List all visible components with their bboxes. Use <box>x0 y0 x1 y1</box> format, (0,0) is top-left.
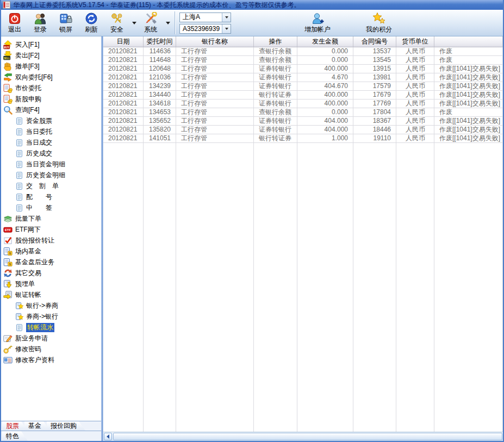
table-row[interactable]: 20120821114636工行存管查银行余额0.00013537人民币作废 <box>103 47 503 56</box>
system-dropdown-arrow[interactable] <box>165 12 171 34</box>
table-cell: 134239 <box>144 82 176 90</box>
sidebar-item[interactable]: 交 割 单 <box>1 180 101 191</box>
toolbar-button-security[interactable]: 安全 <box>105 12 128 34</box>
sidebar-item-label: 银行->券商 <box>26 301 58 310</box>
table-cell: 20120821 <box>103 65 144 73</box>
sidebar-item[interactable]: 批量下单 <box>1 213 101 224</box>
title-bar[interactable]: 华泰网上证券委托系统V5.17.54 - 华泰证券(115) - 本委托系统提示… <box>1 0 503 10</box>
table-cell: 404.670 <box>297 82 353 90</box>
tab-基金[interactable]: 基金 <box>24 421 50 431</box>
sidebar-item[interactable]: 撤单[F3] <box>1 61 101 72</box>
column-header[interactable]: 合同编号 <box>353 36 396 47</box>
table-cell: 人民币 <box>396 91 434 99</box>
column-header[interactable]: 发生金额 <box>297 36 353 47</box>
sidebar-item[interactable]: ETFETF网下 <box>1 224 101 235</box>
sidebar-item[interactable]: 当日成交 <box>1 137 101 148</box>
sidebar-item[interactable]: 配 号 <box>1 191 101 202</box>
hand-icon <box>3 62 13 71</box>
table-row[interactable]: 20120821135652工行存管证券转银行404.00018367人民币作废… <box>103 117 503 126</box>
column-header[interactable] <box>434 36 503 47</box>
table-cell: 114648 <box>144 56 176 64</box>
scroll-left-button[interactable] <box>104 433 112 440</box>
account-select-arrow[interactable] <box>222 24 231 33</box>
sidebar-item[interactable]: 银证转帐 <box>1 289 101 300</box>
content-area: 日期委托时间银行名称操作发生金额合同编号货币单位 20120821114636工… <box>103 36 503 441</box>
table-cell: 作废 <box>434 108 503 116</box>
sidebar-item[interactable]: 修改密码 <box>1 344 101 354</box>
market-select-arrow[interactable] <box>222 13 231 22</box>
table-cell: 工行存管 <box>176 108 254 116</box>
column-header-label: 操作 <box>269 37 282 46</box>
sidebar-item[interactable]: 查询[F4] <box>1 104 101 115</box>
market-select-value: 上海A <box>183 13 200 22</box>
horizontal-scrollbar[interactable] <box>103 432 503 441</box>
sidebar-item[interactable]: 银行->券商 <box>1 300 101 311</box>
table-cell: 20120821 <box>103 117 144 125</box>
sidebar-item[interactable]: 预埋单 <box>1 278 101 289</box>
column-header[interactable]: 货币单位 <box>396 36 434 47</box>
table-row[interactable]: 20120821121036工行存管证券转银行4.67013981人民币作废[[… <box>103 73 503 82</box>
table-cell: 0.000 <box>297 56 353 64</box>
sidebar-item[interactable]: 中 签 <box>1 202 101 213</box>
table-cell: 13915 <box>353 65 396 73</box>
toolbar-button-login[interactable]: 登录 <box>29 12 52 34</box>
toolbar-button-my-points[interactable]: 我的积分 <box>363 12 395 34</box>
table-cell: 400.000 <box>297 91 353 99</box>
table-row[interactable]: 20120821114648工行存管查银行余额0.00013545人民币作废 <box>103 56 503 65</box>
toolbar-button-add-account[interactable]: 增加帐户 <box>302 12 333 34</box>
toolbar-button-exit[interactable]: 退出 <box>3 12 26 34</box>
column-header[interactable]: 日期 <box>103 36 144 47</box>
column-header-label: 日期 <box>117 37 130 46</box>
toolbar-button-label: 系统 <box>144 25 157 34</box>
sidebar-item[interactable]: 修改客户资料 <box>1 354 101 365</box>
table-row[interactable]: 20120821134618工行存管证券转银行400.00017769人民币作废… <box>103 99 503 108</box>
table-cell: 20120821 <box>103 73 144 82</box>
market-select[interactable]: 上海A <box>179 13 231 22</box>
table-cell: 135820 <box>144 126 176 134</box>
column-header[interactable]: 委托时间 <box>144 36 176 47</box>
sidebar-item[interactable]: 新业务申请 <box>1 333 101 344</box>
sidebar-item[interactable]: 市价委托 <box>1 83 101 94</box>
doccoins-icon <box>3 95 13 104</box>
tab-报价回购[interactable]: 报价回购 <box>47 421 85 431</box>
sidebar-item[interactable]: 双向委托[F6] <box>1 72 101 83</box>
sidebar-item[interactable]: SELL卖出[F2] <box>1 50 101 61</box>
column-header-label: 银行名称 <box>202 37 228 46</box>
table-row[interactable]: 20120821120648工行存管证券转银行400.00013915人民币作废… <box>103 65 503 73</box>
sidebar-item[interactable]: 当日委托 <box>1 126 101 137</box>
table-cell: 银行转证券 <box>254 134 297 142</box>
toolbar-button-refresh[interactable]: 刷新 <box>80 12 103 34</box>
doc-icon <box>15 193 23 201</box>
security-dropdown-arrow[interactable] <box>131 12 138 34</box>
toolbar-button-system[interactable]: 系统 <box>139 12 162 34</box>
sidebar-item[interactable]: 资金股票 <box>1 115 101 126</box>
tab-股票[interactable]: 股票 <box>2 421 28 431</box>
sidebar-item[interactable]: 券商->银行 <box>1 311 101 322</box>
pencil-icon <box>3 334 13 343</box>
column-header[interactable]: 银行名称 <box>176 36 254 47</box>
tab-特色[interactable]: 特色 <box>2 431 28 441</box>
table-row[interactable]: 20120821135820工行存管证券转银行404.00018446人民币作废… <box>103 126 503 134</box>
account-select[interactable]: A352396939 <box>179 24 231 34</box>
table-cell: 20120821 <box>103 91 144 99</box>
sidebar-item[interactable]: $场内基金 <box>1 246 101 257</box>
table-row[interactable]: 20120821141051工行存管银行转证券1.00019110人民币作废[[… <box>103 134 503 143</box>
sidebar-item[interactable]: 转帐流水 <box>1 322 101 333</box>
sidebar-item[interactable]: 新股申购 <box>1 94 101 104</box>
column-header[interactable]: 操作 <box>254 36 297 47</box>
scrollbar-thumb[interactable] <box>113 433 502 440</box>
sidebar-item[interactable]: 历史资金明细 <box>1 170 101 180</box>
table-row[interactable]: 20120821134440工行存管银行转证券400.00017679人民币作废… <box>103 91 503 99</box>
sidebar-item[interactable]: 历史成交 <box>1 148 101 159</box>
table-cell: 工行存管 <box>176 56 254 64</box>
toolbar-button-lock[interactable]: 锁屏 <box>54 12 77 34</box>
table-row[interactable]: 20120821134239工行存管证券转银行404.67017579人民币作废… <box>103 82 503 91</box>
sidebar-item[interactable]: $基金盘后业务 <box>1 257 101 267</box>
table-cell: 404.000 <box>297 117 353 125</box>
stack-icon <box>3 214 13 223</box>
sidebar-item[interactable]: 其它交易 <box>1 267 101 278</box>
sidebar-item[interactable]: 股份报价转让 <box>1 235 101 246</box>
sidebar-item[interactable]: 当日资金明细 <box>1 159 101 170</box>
table-row[interactable]: 20120821134653工行存管查银行余额0.00017804人民币作废 <box>103 108 503 117</box>
sidebar-item[interactable]: BUY买入[F1] <box>1 39 101 50</box>
